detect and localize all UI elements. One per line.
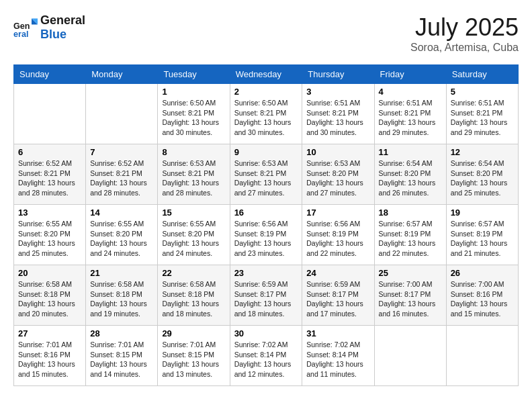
calendar-day-4: 4Sunrise: 6:51 AMSunset: 8:21 PMDaylight… — [374, 84, 446, 144]
day-number: 1 — [162, 87, 225, 97]
day-info: Sunrise: 6:53 AMSunset: 8:21 PMDaylight:… — [234, 158, 298, 198]
day-number: 23 — [234, 268, 298, 278]
calendar-day-10: 10Sunrise: 6:53 AMSunset: 8:20 PMDayligh… — [302, 144, 374, 205]
day-number: 30 — [234, 328, 298, 338]
title-block: July 2025 Soroa, Artemisa, Cuba — [410, 13, 519, 54]
calendar-day-8: 8Sunrise: 6:53 AMSunset: 8:21 PMDaylight… — [158, 144, 230, 205]
day-number: 5 — [451, 87, 514, 97]
day-info: Sunrise: 6:51 AMSunset: 8:21 PMDaylight:… — [306, 98, 369, 138]
day-number: 2 — [234, 87, 298, 97]
day-info: Sunrise: 6:58 AMSunset: 8:18 PMDaylight:… — [18, 279, 81, 319]
calendar-day-13: 13Sunrise: 6:55 AMSunset: 8:20 PMDayligh… — [14, 205, 86, 265]
calendar-day-9: 9Sunrise: 6:53 AMSunset: 8:21 PMDaylight… — [230, 144, 302, 205]
day-number: 22 — [162, 268, 225, 278]
calendar-day-30: 30Sunrise: 7:02 AMSunset: 8:14 PMDayligh… — [230, 326, 302, 386]
day-info: Sunrise: 6:56 AMSunset: 8:19 PMDaylight:… — [234, 219, 298, 259]
calendar-day-21: 21Sunrise: 6:58 AMSunset: 8:18 PMDayligh… — [86, 265, 158, 326]
month-title: July 2025 — [410, 13, 519, 42]
calendar-day-18: 18Sunrise: 6:57 AMSunset: 8:19 PMDayligh… — [374, 205, 446, 265]
calendar-day-2: 2Sunrise: 6:50 AMSunset: 8:21 PMDaylight… — [230, 84, 302, 144]
day-number: 11 — [379, 147, 442, 157]
day-number: 8 — [162, 147, 225, 157]
day-info: Sunrise: 7:00 AMSunset: 8:16 PMDaylight:… — [451, 279, 514, 319]
day-info: Sunrise: 7:01 AMSunset: 8:15 PMDaylight:… — [90, 340, 153, 379]
day-info: Sunrise: 6:53 AMSunset: 8:21 PMDaylight:… — [162, 158, 225, 198]
day-number: 27 — [18, 328, 81, 338]
day-info: Sunrise: 6:52 AMSunset: 8:21 PMDaylight:… — [18, 158, 81, 198]
svg-text:eral: eral — [13, 30, 28, 39]
day-number: 4 — [379, 87, 442, 97]
day-number: 6 — [18, 147, 81, 157]
day-info: Sunrise: 6:56 AMSunset: 8:19 PMDaylight:… — [306, 219, 369, 259]
day-info: Sunrise: 7:02 AMSunset: 8:14 PMDaylight:… — [306, 340, 369, 379]
calendar-day-23: 23Sunrise: 6:59 AMSunset: 8:17 PMDayligh… — [230, 265, 302, 326]
calendar-day-11: 11Sunrise: 6:54 AMSunset: 8:20 PMDayligh… — [374, 144, 446, 205]
day-number: 25 — [379, 268, 442, 278]
day-number: 17 — [306, 208, 369, 218]
day-number: 10 — [306, 147, 369, 157]
day-info: Sunrise: 6:51 AMSunset: 8:21 PMDaylight:… — [451, 98, 514, 138]
day-info: Sunrise: 6:58 AMSunset: 8:18 PMDaylight:… — [162, 279, 225, 319]
calendar-day-16: 16Sunrise: 6:56 AMSunset: 8:19 PMDayligh… — [230, 205, 302, 265]
calendar-day-28: 28Sunrise: 7:01 AMSunset: 8:15 PMDayligh… — [86, 326, 158, 386]
calendar-day-17: 17Sunrise: 6:56 AMSunset: 8:19 PMDayligh… — [302, 205, 374, 265]
day-number: 21 — [90, 268, 153, 278]
day-info: Sunrise: 6:59 AMSunset: 8:17 PMDaylight:… — [306, 279, 369, 319]
day-header-friday: Friday — [374, 65, 446, 84]
day-header-thursday: Thursday — [302, 65, 374, 84]
calendar-day-25: 25Sunrise: 7:00 AMSunset: 8:17 PMDayligh… — [374, 265, 446, 326]
day-info: Sunrise: 7:02 AMSunset: 8:14 PMDaylight:… — [234, 340, 298, 379]
day-header-monday: Monday — [86, 65, 158, 84]
empty-day — [374, 326, 446, 386]
calendar-day-20: 20Sunrise: 6:58 AMSunset: 8:18 PMDayligh… — [14, 265, 86, 326]
calendar-day-31: 31Sunrise: 7:02 AMSunset: 8:14 PMDayligh… — [302, 326, 374, 386]
day-info: Sunrise: 7:01 AMSunset: 8:15 PMDaylight:… — [162, 340, 225, 379]
day-info: Sunrise: 6:55 AMSunset: 8:20 PMDaylight:… — [90, 219, 153, 259]
logo-text: General Blue — [40, 13, 85, 42]
calendar-week-row: 20Sunrise: 6:58 AMSunset: 8:18 PMDayligh… — [14, 265, 519, 326]
day-number: 20 — [18, 268, 81, 278]
day-info: Sunrise: 7:01 AMSunset: 8:16 PMDaylight:… — [18, 340, 81, 379]
day-info: Sunrise: 6:50 AMSunset: 8:21 PMDaylight:… — [162, 98, 225, 138]
calendar-day-12: 12Sunrise: 6:54 AMSunset: 8:20 PMDayligh… — [446, 144, 518, 205]
day-number: 9 — [234, 147, 298, 157]
day-info: Sunrise: 6:53 AMSunset: 8:20 PMDaylight:… — [306, 158, 369, 198]
calendar-day-7: 7Sunrise: 6:52 AMSunset: 8:21 PMDaylight… — [86, 144, 158, 205]
logo-general-text: General — [40, 13, 85, 28]
logo-blue-text: Blue — [40, 28, 85, 42]
logo: Gen eral General Blue — [13, 13, 85, 42]
day-info: Sunrise: 7:00 AMSunset: 8:17 PMDaylight:… — [379, 279, 442, 319]
day-info: Sunrise: 6:55 AMSunset: 8:20 PMDaylight:… — [18, 219, 81, 259]
day-header-tuesday: Tuesday — [158, 65, 230, 84]
day-number: 16 — [234, 208, 298, 218]
location-title: Soroa, Artemisa, Cuba — [410, 42, 519, 54]
calendar-day-15: 15Sunrise: 6:55 AMSunset: 8:20 PMDayligh… — [158, 205, 230, 265]
day-number: 31 — [306, 328, 369, 338]
day-number: 12 — [451, 147, 514, 157]
day-info: Sunrise: 6:55 AMSunset: 8:20 PMDaylight:… — [162, 219, 225, 259]
day-number: 14 — [90, 208, 153, 218]
calendar-day-29: 29Sunrise: 7:01 AMSunset: 8:15 PMDayligh… — [158, 326, 230, 386]
day-number: 28 — [90, 328, 153, 338]
day-info: Sunrise: 6:58 AMSunset: 8:18 PMDaylight:… — [90, 279, 153, 319]
day-number: 13 — [18, 208, 81, 218]
day-info: Sunrise: 6:57 AMSunset: 8:19 PMDaylight:… — [451, 219, 514, 259]
calendar-day-19: 19Sunrise: 6:57 AMSunset: 8:19 PMDayligh… — [446, 205, 518, 265]
calendar-day-5: 5Sunrise: 6:51 AMSunset: 8:21 PMDaylight… — [446, 84, 518, 144]
empty-day — [14, 84, 86, 144]
day-info: Sunrise: 6:50 AMSunset: 8:21 PMDaylight:… — [234, 98, 298, 138]
day-number: 15 — [162, 208, 225, 218]
calendar-day-6: 6Sunrise: 6:52 AMSunset: 8:21 PMDaylight… — [14, 144, 86, 205]
day-number: 3 — [306, 87, 369, 97]
day-info: Sunrise: 6:59 AMSunset: 8:17 PMDaylight:… — [234, 279, 298, 319]
day-info: Sunrise: 6:52 AMSunset: 8:21 PMDaylight:… — [90, 158, 153, 198]
day-info: Sunrise: 6:51 AMSunset: 8:21 PMDaylight:… — [379, 98, 442, 138]
day-info: Sunrise: 6:54 AMSunset: 8:20 PMDaylight:… — [451, 158, 514, 198]
day-number: 19 — [451, 208, 514, 218]
calendar-day-26: 26Sunrise: 7:00 AMSunset: 8:16 PMDayligh… — [446, 265, 518, 326]
calendar-table: SundayMondayTuesdayWednesdayThursdayFrid… — [13, 64, 519, 386]
day-header-saturday: Saturday — [446, 65, 518, 84]
calendar-week-row: 1Sunrise: 6:50 AMSunset: 8:21 PMDaylight… — [14, 84, 519, 144]
day-number: 18 — [379, 208, 442, 218]
day-number: 26 — [451, 268, 514, 278]
